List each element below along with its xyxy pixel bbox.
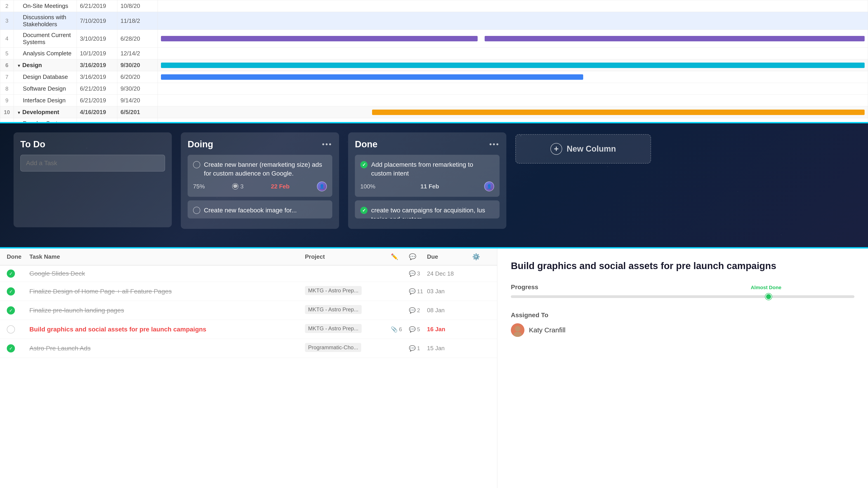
done-card-1-due: 11 Feb xyxy=(421,183,439,190)
gantt-end-date: 9/14/20 xyxy=(117,95,158,106)
gantt-bar-container xyxy=(161,50,865,57)
gantt-row: 10▼Development4/16/20196/5/201 xyxy=(0,106,868,118)
gantt-end-date: 6/20/20 xyxy=(117,71,158,83)
gantt-start-date: 4/16/2019 xyxy=(76,106,117,118)
task-row[interactable]: ✓Finalize Design of Home Page + all Feat… xyxy=(0,282,497,301)
gantt-row-num: 3 xyxy=(0,12,14,30)
add-task-input[interactable] xyxy=(20,155,165,171)
filter-icon[interactable]: ⚙️ xyxy=(472,253,490,260)
done-menu-dots[interactable]: ••• xyxy=(489,140,500,149)
task-row[interactable]: Build graphics and social assets for pre… xyxy=(0,320,497,339)
gantt-start-date: 6/21/2019 xyxy=(76,83,117,95)
doing-card-2-text: Create new facebook image for... xyxy=(204,206,297,215)
new-column-button[interactable]: + New Column xyxy=(515,134,651,164)
attachment-count: 6 xyxy=(399,326,402,332)
gantt-bar-container xyxy=(161,35,865,42)
task-project-badge: MKTG - Astro Prep... xyxy=(305,324,362,333)
doing-card-1-checkbox[interactable] xyxy=(193,161,200,168)
kanban-section: To Do Doing ••• Create new banner (remar… xyxy=(0,122,868,249)
done-card-2-checkbox[interactable] xyxy=(360,207,368,214)
task-comments: 💬 5 xyxy=(409,326,427,332)
header-taskname: Task Name xyxy=(29,253,305,260)
header-project: Project xyxy=(305,253,391,260)
gantt-bar-container xyxy=(161,17,865,24)
gantt-task-name: ▼Design xyxy=(13,59,76,71)
gantt-row-num: 7 xyxy=(0,71,14,83)
comment-count: 11 xyxy=(417,288,423,295)
doing-header: Doing ••• xyxy=(188,139,332,149)
gantt-task-name: Software Design xyxy=(13,83,76,95)
done-card-1-progress: 100% xyxy=(360,183,375,190)
gantt-bar-container xyxy=(161,73,865,80)
task-comments: 💬 11 xyxy=(409,288,427,295)
progress-status: Almost Done xyxy=(749,284,783,291)
gantt-bar-cell: 54% xyxy=(158,118,868,122)
assignee-avatar xyxy=(511,323,524,337)
gantt-start-date: 3/10/2019 xyxy=(76,30,117,48)
done-card-1-checkbox[interactable] xyxy=(360,161,368,168)
gantt-bar-container xyxy=(161,2,865,10)
gantt-task-name: Design Database xyxy=(13,71,76,83)
gantt-start-date: 6/21/2019 xyxy=(76,95,117,106)
gantt-bar-cell xyxy=(158,59,868,71)
task-due-date: 03 Jan xyxy=(427,288,472,295)
doing-card-1-comment-count: 3 xyxy=(240,183,243,190)
gantt-bar xyxy=(161,74,583,80)
gantt-end-date: 9/30/20 xyxy=(117,83,158,95)
task-done-check[interactable]: ✓ xyxy=(7,306,15,315)
todo-header: To Do xyxy=(20,139,165,149)
task-name: Finalize Design of Home Page + all Featu… xyxy=(29,288,305,295)
assignee-row: Katy Cranfill xyxy=(511,323,855,337)
task-project: MKTG - Astro Prep... xyxy=(305,324,391,335)
doing-menu-dots[interactable]: ••• xyxy=(322,140,332,149)
comment-count: 3 xyxy=(417,270,420,277)
progress-track: Almost Done xyxy=(511,295,855,298)
gantt-task-name: Analysis Complete xyxy=(13,48,76,59)
doing-card-1-footer: 75% 💬 3 22 Feb 👤 xyxy=(193,182,327,191)
gantt-row: 5Analysis Complete10/1/201912/14/2 xyxy=(0,48,868,59)
gantt-bar-cell xyxy=(158,106,868,118)
task-comments: 💬 1 xyxy=(409,345,427,352)
gantt-bar xyxy=(485,36,865,41)
comment-count: 1 xyxy=(417,345,420,352)
gantt-start-date: 4/16/2019 xyxy=(76,118,117,122)
comment-bubble-icon: 💬 xyxy=(409,288,416,295)
doing-card-1-due: 22 Feb xyxy=(271,183,289,190)
gantt-section: 2On-Site Meetings6/21/201910/8/203Discus… xyxy=(0,0,868,122)
gantt-start-date: 3/16/2019 xyxy=(76,59,117,71)
task-done-check[interactable]: ✓ xyxy=(7,287,15,295)
doing-card-2-checkbox[interactable] xyxy=(193,207,200,214)
gantt-row-num: 6 xyxy=(0,59,14,71)
task-name: Finalize pre-launch landing pages xyxy=(29,307,305,314)
gantt-row-num: 2 xyxy=(0,0,14,12)
gantt-end-date: 6/28/20 xyxy=(117,30,158,48)
gantt-bar xyxy=(161,36,477,41)
gantt-bar-cell xyxy=(158,12,868,30)
gantt-bar-container xyxy=(161,109,865,116)
task-row[interactable]: ✓Finalize pre-launch landing pagesMKTG -… xyxy=(0,301,497,320)
doing-card-1-comments: 💬 3 xyxy=(232,183,243,190)
assigned-label: Assigned To xyxy=(511,312,855,319)
task-name: Astro Pre Launch Ads xyxy=(29,345,305,352)
kanban-column-done: Done ••• Add placements from remarketing… xyxy=(348,132,506,229)
doing-card-2-top: Create new facebook image for... xyxy=(193,206,327,215)
doing-card-1-top: Create new banner (remarketing size) ads… xyxy=(193,160,327,178)
detail-title: Build graphics and social assets for pre… xyxy=(511,260,855,272)
task-due-date: 15 Jan xyxy=(427,345,472,352)
task-done-check[interactable]: ✓ xyxy=(7,269,15,278)
task-row[interactable]: ✓Google Slides Deck💬 324 Dec 18 xyxy=(0,265,497,282)
gantt-task-name: Develop System Modules xyxy=(13,118,76,122)
comment-bubble-icon: 💬 xyxy=(409,345,416,352)
kanban-column-todo: To Do xyxy=(13,132,172,227)
task-project: Programmatic-Cho... xyxy=(305,343,391,354)
task-row[interactable]: ✓Astro Pre Launch AdsProgrammatic-Cho...… xyxy=(0,339,497,358)
task-due-date: 24 Dec 18 xyxy=(427,270,472,277)
gantt-bar xyxy=(372,109,865,115)
task-done-check[interactable]: ✓ xyxy=(7,344,15,352)
doing-card-1-progress: 75% xyxy=(193,183,205,190)
done-card-2-text: create two campaigns for acquisition, lu… xyxy=(371,206,494,219)
done-card-1-top: Add placements from remarketing to custo… xyxy=(360,160,494,178)
task-done-check[interactable] xyxy=(7,325,15,333)
header-comment-icon: 💬 xyxy=(409,253,427,260)
gantt-row-num: 11 xyxy=(0,118,14,122)
